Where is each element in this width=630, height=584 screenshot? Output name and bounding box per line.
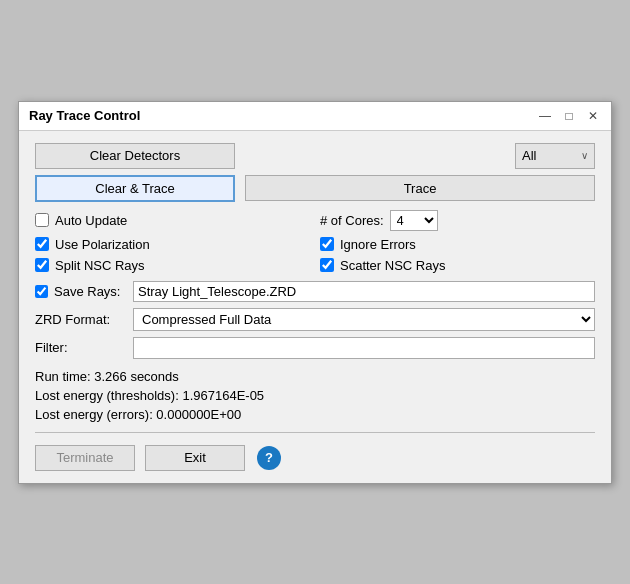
trace-button[interactable]: Trace [245,175,595,201]
minimize-button[interactable]: — [537,108,553,124]
use-polarization-checkbox[interactable] [35,237,49,251]
window-controls: — □ ✕ [537,108,601,124]
options-grid: Auto Update # of Cores: 4 1 2 8 Use Pola… [35,210,595,273]
zrd-format-label: ZRD Format: [35,312,125,327]
scatter-nsc-checkbox[interactable] [320,258,334,272]
all-dropdown-button[interactable]: All ∨ [515,143,595,169]
auto-update-option: Auto Update [35,210,310,231]
main-content: Clear Detectors All ∨ Clear & Trace Trac… [19,131,611,483]
run-time-stat: Run time: 3.266 seconds [35,369,595,384]
zrd-format-row: ZRD Format: Compressed Full Data Full Da… [35,308,595,331]
all-chevron: ∨ [581,150,588,161]
ignore-errors-checkbox[interactable] [320,237,334,251]
help-button[interactable]: ? [257,446,281,470]
ignore-errors-option: Ignore Errors [320,237,595,252]
maximize-button[interactable]: □ [561,108,577,124]
ray-trace-window: Ray Trace Control — □ ✕ Clear Detectors … [18,101,612,484]
scatter-nsc-label[interactable]: Scatter NSC Rays [340,258,445,273]
all-label: All [522,148,536,163]
save-rays-label-group: Save Rays: [35,284,125,299]
stats-section: Run time: 3.266 seconds Lost energy (thr… [35,369,595,422]
footer-row: Terminate Exit ? [35,441,595,471]
split-nsc-option: Split NSC Rays [35,258,310,273]
filter-label: Filter: [35,340,125,355]
use-polarization-option: Use Polarization [35,237,310,252]
terminate-button[interactable]: Terminate [35,445,135,471]
scatter-nsc-option: Scatter NSC Rays [320,258,595,273]
lost-energy-thresholds-stat: Lost energy (thresholds): 1.967164E-05 [35,388,595,403]
ignore-errors-label[interactable]: Ignore Errors [340,237,416,252]
row-1: Clear Detectors All ∨ [35,143,595,169]
auto-update-checkbox[interactable] [35,213,49,227]
clear-trace-button[interactable]: Clear & Trace [35,175,235,202]
num-cores-select[interactable]: 4 1 2 8 [390,210,438,231]
auto-update-label[interactable]: Auto Update [55,213,127,228]
save-rays-input[interactable] [133,281,595,302]
clear-detectors-button[interactable]: Clear Detectors [35,143,235,169]
exit-button[interactable]: Exit [145,445,245,471]
num-cores-label: # of Cores: [320,213,384,228]
lost-energy-errors-stat: Lost energy (errors): 0.000000E+00 [35,407,595,422]
save-rays-label[interactable]: Save Rays: [54,284,120,299]
use-polarization-label[interactable]: Use Polarization [55,237,150,252]
window-title: Ray Trace Control [29,108,140,123]
filter-row: Filter: [35,337,595,359]
save-rays-checkbox[interactable] [35,285,48,298]
row-2: Clear & Trace Trace [35,175,595,202]
split-nsc-label[interactable]: Split NSC Rays [55,258,145,273]
title-bar: Ray Trace Control — □ ✕ [19,102,611,131]
split-nsc-checkbox[interactable] [35,258,49,272]
close-button[interactable]: ✕ [585,108,601,124]
footer-divider [35,432,595,433]
zrd-format-select[interactable]: Compressed Full Data Full Data Compresse… [133,308,595,331]
num-cores-option: # of Cores: 4 1 2 8 [320,210,595,231]
save-rays-row: Save Rays: [35,281,595,302]
filter-input[interactable] [133,337,595,359]
